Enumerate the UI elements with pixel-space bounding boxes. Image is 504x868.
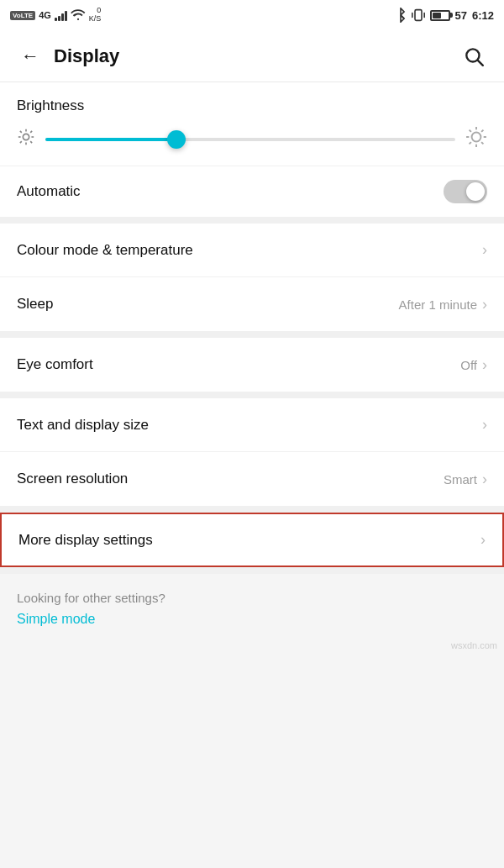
brightness-section: Brightness <box>0 82 504 166</box>
content-area: Brightness <box>0 82 504 637</box>
setting-name-colour-mode: Colour mode & temperature <box>17 242 193 259</box>
search-button[interactable] <box>457 39 491 73</box>
setting-value-sleep: After 1 minute <box>399 297 477 312</box>
setting-name-text-display-size: Text and display size <box>17 417 149 434</box>
setting-right-text-display-size: › <box>480 416 487 434</box>
chevron-icon-text-display-size: › <box>482 416 487 434</box>
setting-row-colour-mode[interactable]: Colour mode & temperature › <box>0 224 504 277</box>
chevron-icon-eye-comfort: › <box>482 356 487 374</box>
status-left: VoLTE 4G 0K/S <box>10 7 101 24</box>
volte-badge: VoLTE <box>10 11 35 20</box>
setting-name-eye-comfort: Eye comfort <box>17 356 93 373</box>
battery-icon <box>430 10 450 21</box>
setting-right-more-display-settings: › <box>479 531 486 549</box>
chevron-icon-colour-mode: › <box>482 241 487 259</box>
setting-name-more-display-settings: More display settings <box>18 532 153 549</box>
setting-right-eye-comfort: Off › <box>460 356 487 374</box>
svg-rect-0 <box>415 10 422 21</box>
settings-group-4: More display settings › <box>0 513 504 567</box>
search-icon <box>463 45 485 67</box>
setting-name-screen-resolution: Screen resolution <box>17 471 128 487</box>
toggle-thumb <box>466 182 485 201</box>
looking-section: Looking for other settings? Simple mode <box>0 574 504 637</box>
time-display: 6:12 <box>472 9 494 22</box>
svg-line-13 <box>30 131 32 133</box>
chevron-icon-sleep: › <box>482 296 487 313</box>
automatic-toggle[interactable] <box>444 180 487 203</box>
settings-group-2: Eye comfort Off › <box>0 338 504 392</box>
svg-line-9 <box>30 141 32 143</box>
svg-line-8 <box>20 131 22 133</box>
svg-line-12 <box>20 141 22 143</box>
svg-line-18 <box>481 142 483 144</box>
setting-right-sleep: After 1 minute › <box>399 296 487 313</box>
sun-max-icon <box>465 126 487 152</box>
setting-right-colour-mode: › <box>480 241 487 259</box>
slider-thumb <box>167 130 186 149</box>
automatic-label: Automatic <box>17 183 81 200</box>
setting-row-screen-resolution[interactable]: Screen resolution Smart › <box>0 452 504 506</box>
back-button[interactable]: ← <box>13 39 47 73</box>
brightness-row <box>17 126 487 152</box>
svg-point-5 <box>23 134 29 139</box>
setting-value-eye-comfort: Off <box>460 358 477 372</box>
automatic-row: Automatic <box>0 166 504 217</box>
simple-mode-link[interactable]: Simple mode <box>17 612 487 627</box>
page-title: Display <box>54 45 457 67</box>
chevron-icon-screen-resolution: › <box>482 471 487 488</box>
divider-5 <box>0 567 504 574</box>
setting-row-text-display-size[interactable]: Text and display size › <box>0 398 504 452</box>
divider-2 <box>0 331 504 338</box>
settings-group-1: Colour mode & temperature › Sleep After … <box>0 224 504 331</box>
divider-1 <box>0 217 504 224</box>
brightness-label: Brightness <box>17 97 487 114</box>
setting-row-sleep[interactable]: Sleep After 1 minute › <box>0 277 504 331</box>
watermark: wsxdn.com <box>0 637 504 654</box>
svg-line-22 <box>481 130 483 132</box>
svg-line-17 <box>470 130 471 132</box>
setting-value-screen-resolution: Smart <box>444 472 477 487</box>
slider-fill <box>45 138 176 141</box>
status-right: 57 6:12 <box>395 8 495 23</box>
signal-4g: 4G <box>39 10 51 20</box>
settings-group-3: Text and display size › Screen resolutio… <box>0 398 504 506</box>
svg-line-4 <box>478 60 483 65</box>
wifi-icon <box>71 9 86 21</box>
status-bar: VoLTE 4G 0K/S 57 6:12 <box>0 0 504 30</box>
signal-bars <box>55 9 67 21</box>
setting-row-eye-comfort[interactable]: Eye comfort Off › <box>0 338 504 392</box>
battery-percent: 57 <box>455 9 467 22</box>
setting-name-sleep: Sleep <box>17 296 53 313</box>
vibrate-icon <box>412 8 425 23</box>
divider-3 <box>0 392 504 398</box>
brightness-slider[interactable] <box>45 138 455 141</box>
setting-row-more-display-settings[interactable]: More display settings › <box>0 513 504 567</box>
data-speed: 0K/S <box>89 7 102 24</box>
svg-point-14 <box>472 133 481 142</box>
divider-4 <box>0 506 504 513</box>
setting-right-screen-resolution: Smart › <box>444 471 487 488</box>
chevron-icon-more-display-settings: › <box>480 531 486 549</box>
looking-text: Looking for other settings? <box>17 591 487 605</box>
svg-line-21 <box>470 142 471 144</box>
bluetooth-icon <box>395 8 407 23</box>
sun-min-icon <box>17 128 35 150</box>
app-bar: ← Display <box>0 30 504 82</box>
